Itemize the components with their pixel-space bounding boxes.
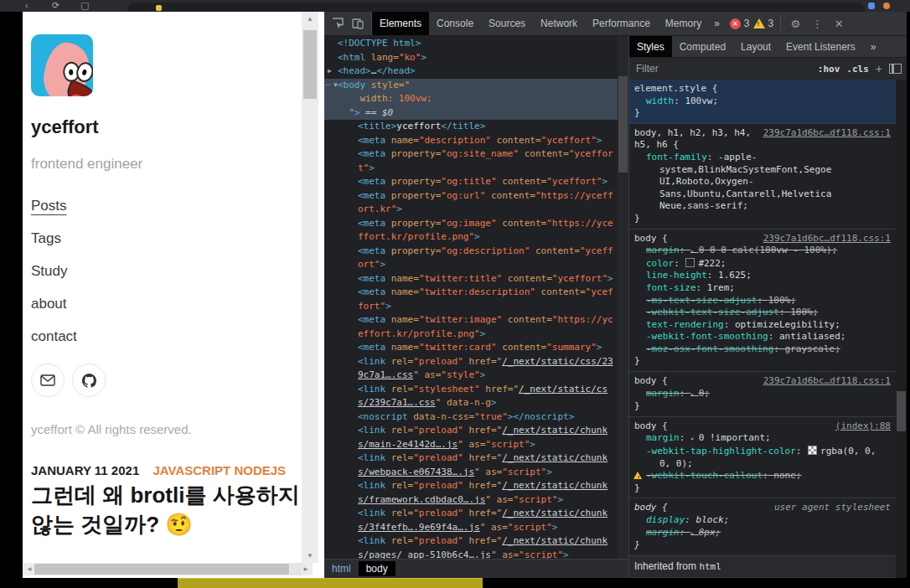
nav-item-posts[interactable]: Posts [31, 198, 77, 214]
dom-node[interactable]: <!DOCTYPE html> [324, 37, 618, 51]
scroll-down-icon[interactable]: ▼ [302, 549, 318, 563]
sidebar-layout-icon[interactable] [889, 64, 902, 74]
window-icon[interactable]: ▢ [80, 0, 89, 11]
color-swatch[interactable] [685, 258, 695, 267]
dom-node[interactable]: <meta name="twitter:card" content="summa… [324, 341, 618, 355]
dom-node[interactable]: …▼<body style=" width: 100vw; "> == $0 [324, 79, 618, 121]
cls-toggle[interactable]: .cls [846, 64, 869, 75]
tab-sources[interactable]: Sources [481, 12, 533, 35]
mail-icon[interactable] [31, 364, 65, 397]
css-property[interactable]: -webkit-font-smoothing: antialiased; [634, 331, 891, 343]
dom-node[interactable]: <meta property="og:description" content=… [324, 245, 618, 272]
more-tabs-icon[interactable]: » [709, 12, 725, 35]
css-property[interactable]: color: #222; [634, 258, 891, 271]
dom-node[interactable]: <link rel="preload" href="/_next/static/… [324, 507, 618, 534]
tab-elements[interactable]: Elements [372, 12, 429, 35]
rule-selector[interactable]: element.style { [634, 83, 717, 94]
page-horizontal-scrollbar[interactable]: ◄ ► [23, 563, 313, 575]
css-property[interactable]: !-webkit-touch-callout: none; [634, 470, 891, 482]
css-property[interactable]: display: block; [634, 514, 891, 527]
github-icon[interactable] [72, 364, 106, 397]
sidebar-tab-event-listeners[interactable]: Event Listeners [778, 36, 863, 57]
styles-scroll-thumb[interactable] [897, 391, 906, 431]
stylesheet-source-link[interactable]: 239c7a1d6bc…df118.css:1 [763, 375, 891, 388]
nav-item-about[interactable]: about [31, 296, 77, 312]
sidebar-tab-layout[interactable]: Layout [733, 36, 778, 57]
dom-node[interactable]: <meta property="og:title" content="yceff… [324, 175, 618, 189]
dom-node[interactable]: <meta name="twitter:image" content="http… [324, 313, 618, 341]
css-property[interactable]: -webkit-text-size-adjust: 100%; [634, 307, 891, 319]
sidebar-tab-styles[interactable]: Styles [629, 36, 672, 57]
shorthand-expand-icon[interactable]: ▸ [690, 390, 699, 398]
tab-console[interactable]: Console [429, 12, 481, 35]
sidebar-more-tabs-icon[interactable]: » [863, 36, 884, 57]
shorthand-expand-icon[interactable]: ▸ [690, 247, 699, 255]
dom-node[interactable]: <title>yceffort</title> [324, 120, 618, 134]
reload-icon[interactable]: ⟳ [52, 0, 59, 11]
css-property[interactable]: text-rendering: optimizeLegibility; [634, 319, 891, 332]
sidebar-tab-computed[interactable]: Computed [672, 36, 733, 57]
dom-node[interactable]: <link rel="stylesheet" href="/_next/stat… [324, 383, 618, 410]
nav-item-study[interactable]: Study [31, 263, 77, 280]
dom-node[interactable]: <link rel="preload" href="/_next/static/… [324, 534, 618, 560]
browser-tab[interactable] [127, 3, 865, 12]
page-vertical-scrollbar[interactable]: ▲ ▼ [302, 12, 318, 563]
styles-scrollbar[interactable] [896, 80, 907, 578]
shorthand-expand-icon[interactable]: ▸ [690, 435, 699, 442]
dom-node[interactable]: ▶<head>…</head> [324, 64, 618, 79]
css-property[interactable]: width: 100vw; [634, 95, 891, 108]
stylesheet-source-link[interactable]: 239c7a1d6bc…df118.css:1 [763, 127, 891, 140]
vertical-scroll-thumb[interactable] [303, 30, 317, 99]
dom-node[interactable]: <link rel="preload" href="/_next/static/… [324, 424, 618, 451]
dom-node[interactable]: <meta name="twitter:description" content… [324, 286, 618, 313]
filter-input[interactable] [634, 62, 811, 75]
dom-node[interactable]: <meta property="og:url" content="https:/… [324, 189, 618, 217]
css-property[interactable]: margin: ▸ 8px; [634, 527, 891, 540]
css-property[interactable]: -webkit-tap-highlight-color: rgba(0, 0, … [634, 446, 891, 470]
inspect-element-icon[interactable] [328, 14, 348, 33]
collapse-arrow-icon[interactable]: ▼ [333, 79, 338, 93]
rule-selector[interactable]: body { [634, 502, 668, 513]
css-property[interactable]: -moz-osx-font-smoothing: grayscale; [634, 343, 891, 356]
tab-network[interactable]: Network [533, 12, 585, 35]
crumb-body[interactable]: body [359, 561, 396, 576]
elements-scrollbar[interactable] [618, 36, 628, 560]
close-icon[interactable]: ✕ [828, 18, 850, 30]
rule-selector[interactable]: body { [634, 375, 668, 386]
tab-memory[interactable]: Memory [658, 12, 709, 35]
crumb-html[interactable]: html [324, 561, 359, 576]
dom-node[interactable]: <meta name="description" content="yceffo… [324, 134, 618, 148]
avatar[interactable] [31, 34, 93, 96]
dom-node[interactable]: <meta property="og:image" content="https… [324, 217, 618, 245]
inherited-target[interactable]: html [699, 561, 721, 572]
css-property[interactable]: line-height: 1.625; [634, 270, 891, 282]
rule-selector[interactable]: body { [634, 420, 668, 431]
css-property[interactable]: -ms-text-size-adjust: 100%; [634, 295, 891, 307]
elements-scroll-thumb[interactable] [618, 76, 628, 173]
dom-node[interactable]: <link rel="preload" href="/_next/static/… [324, 355, 618, 383]
stylesheet-source-link[interactable]: 239c7a1d6bc…df118.css:1 [763, 233, 891, 245]
css-property[interactable]: font-size: 1rem; [634, 282, 891, 295]
post-title[interactable]: 그런데 왜 brotli를 사용하지 않는 것일까? 🤨 [31, 481, 308, 539]
settings-gear-icon[interactable]: ⚙ [784, 18, 806, 30]
css-property[interactable]: margin: ▸ 0; [634, 388, 891, 401]
dom-node[interactable]: <link rel="preload" href="/_next/static/… [324, 451, 618, 479]
tab-performance[interactable]: Performance [585, 12, 658, 35]
shorthand-expand-icon[interactable]: ▸ [690, 529, 699, 537]
horizontal-scroll-thumb[interactable] [34, 564, 289, 575]
dom-node[interactable]: <noscript data-n-css="true"></noscript> [324, 410, 618, 425]
new-style-rule-icon[interactable]: + [876, 62, 882, 75]
hov-toggle[interactable]: :hov [818, 64, 840, 75]
back-icon[interactable]: ‹ [25, 0, 28, 11]
dom-node[interactable]: <meta name="twitter:title" content="ycef… [324, 272, 618, 286]
kebab-menu-icon[interactable]: ⋮ [806, 18, 828, 30]
css-property[interactable]: margin: ▸ 0 0 0 calc(100vw - 100%); [634, 245, 891, 258]
extension-icon[interactable] [868, 3, 875, 9]
rule-selector[interactable]: body { [634, 233, 668, 244]
nav-item-tags[interactable]: Tags [31, 230, 77, 247]
profile-avatar-icon[interactable] [883, 3, 890, 9]
dom-node[interactable]: <link rel="preload" href="/_next/static/… [324, 479, 618, 507]
post-tags[interactable]: JAVASCRIPT NODEJS [153, 463, 286, 477]
stylesheet-source-link[interactable]: (index):88 [835, 420, 891, 433]
device-toolbar-icon[interactable] [348, 14, 368, 33]
